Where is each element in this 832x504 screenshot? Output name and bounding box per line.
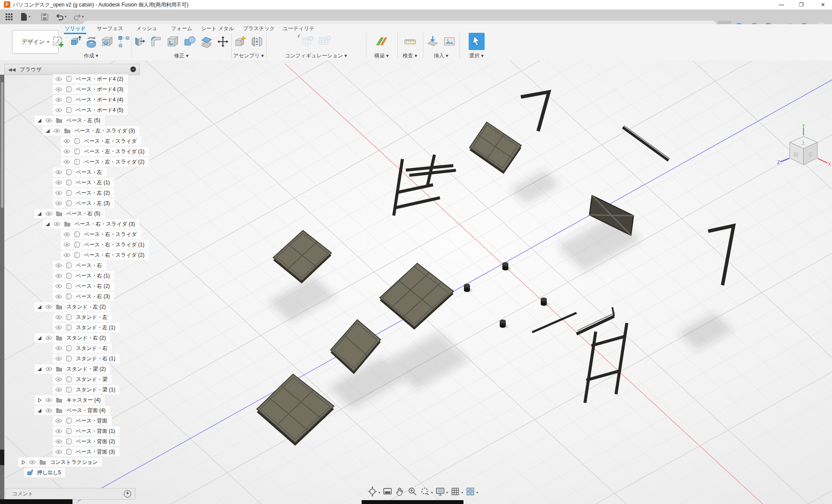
revolve-icon[interactable] (83, 33, 99, 50)
browser-item[interactable]: 押し出し5 (24, 467, 65, 478)
insert-derive-icon[interactable] (425, 33, 441, 50)
browser-item[interactable]: スタンド・梁 (2) (35, 364, 110, 374)
browser-item[interactable]: ベース・右・スライダ (2) (61, 250, 149, 260)
caster-knob[interactable] (502, 262, 511, 271)
browser-item-label[interactable]: ベース・左 (2) (76, 189, 110, 197)
ribbon-tab-4[interactable]: フォーム (169, 25, 194, 33)
browser-item-label[interactable]: ベース・左 (5) (66, 117, 101, 124)
frame-stand-assembly[interactable] (394, 156, 454, 214)
ribbon-tab-5[interactable]: シート メタル (199, 25, 236, 33)
browser-item[interactable]: ベース・背面 (53, 416, 112, 426)
visibility-eye-icon[interactable] (55, 346, 62, 351)
visibility-eye-icon[interactable] (63, 232, 70, 237)
look-at-icon[interactable] (382, 486, 393, 498)
close-button[interactable]: ✕ (816, 0, 830, 9)
panel-left-2x2[interactable] (273, 230, 331, 284)
browser-item[interactable]: スタンド・右 (2) (35, 333, 110, 343)
view-cube[interactable]: Y Z X 上 前 右 (776, 124, 832, 183)
visibility-eye-icon[interactable] (63, 242, 70, 247)
expanded-triangle-icon[interactable] (37, 367, 42, 372)
minimize-button[interactable]: — (774, 0, 789, 9)
browser-item[interactable]: ベース・右・スライダ (3) (43, 219, 139, 229)
create-sketch-icon[interactable] (51, 33, 66, 50)
visibility-eye-icon[interactable] (55, 87, 62, 92)
restore-button[interactable]: ❐ (794, 0, 809, 9)
browser-item[interactable]: ベース・左 (3) (53, 198, 114, 208)
browser-item[interactable]: スタンド・左 (53, 312, 112, 322)
browser-item-label[interactable]: スタンド・右 (1) (76, 355, 115, 362)
redo-icon[interactable] (72, 11, 83, 22)
orbit-dropdown-caret[interactable]: ▾ (378, 491, 380, 495)
browser-item[interactable]: スタンド・右 (53, 343, 112, 353)
browser-item-label[interactable]: ベース・右 (5) (66, 210, 101, 217)
browser-item-label[interactable]: ベース・右・スライダ (84, 231, 137, 238)
browser-item-label[interactable]: コンストラクション (50, 459, 98, 466)
undo-icon[interactable] (54, 11, 66, 22)
browser-item[interactable]: ベース・左・スライダ (3) (43, 126, 139, 136)
browser-item-label[interactable]: ベース・左・スライダ (3) (75, 127, 135, 135)
panel-bottom-2x3[interactable] (257, 374, 334, 446)
browser-item[interactable]: ベース・左 (53, 167, 107, 177)
browser-scrollbar-thumb[interactable] (1, 82, 3, 208)
expanded-triangle-icon[interactable] (45, 222, 50, 227)
browser-item[interactable]: ベース・ボード4 (3) (53, 84, 128, 94)
move-copy-icon[interactable] (215, 33, 231, 50)
ribbon-group-label-3[interactable]: アセンブリ ▾ (231, 52, 266, 60)
visibility-eye-icon[interactable] (45, 118, 52, 123)
ribbon-group-label-6[interactable]: 検査 ▾ (397, 52, 422, 60)
browser-item-label[interactable]: スタンド・左 (76, 314, 107, 321)
visibility-eye-icon[interactable] (45, 335, 52, 340)
file-menu-caret[interactable]: ▾ (28, 15, 30, 19)
ribbon-group-label-1[interactable]: 作成 ▾ (51, 52, 131, 60)
visibility-eye-icon[interactable] (45, 397, 52, 403)
browser-item[interactable]: ベース・右・スライダ (1) (61, 239, 149, 250)
browser-item-label[interactable]: ベース・背面 (3) (76, 448, 115, 456)
fit-icon[interactable] (420, 486, 430, 498)
collapsed-triangle-icon[interactable] (37, 398, 42, 403)
configuration-table-icon[interactable] (316, 33, 332, 50)
frame-seven-top[interactable] (523, 92, 549, 129)
redo-caret[interactable]: ▾ (82, 15, 84, 19)
browser-item-label[interactable]: スタンド・梁 (76, 376, 107, 383)
browser-remove-icon[interactable]: − (130, 66, 136, 72)
browser-item-label[interactable]: ベース・ボード4 (5) (76, 107, 123, 114)
browser-item[interactable]: ベース・左・スライダ (1) (61, 146, 149, 157)
visibility-eye-icon[interactable] (55, 418, 62, 423)
browser-item[interactable]: ベース・ボード4 (4) (53, 94, 128, 105)
browser-item-label[interactable]: ベース・左・スライダ (2) (84, 158, 145, 166)
display-settings-icon[interactable] (435, 486, 445, 498)
ribbon-group-label-5[interactable]: 構築 ▾ (366, 52, 397, 60)
browser-item[interactable]: スタンド・左 (2) (35, 302, 110, 312)
panel-center-3x2[interactable] (380, 263, 454, 330)
browser-item-label[interactable]: ベース・ボード4 (4) (76, 96, 123, 104)
visibility-eye-icon[interactable] (55, 449, 62, 454)
ribbon-group-label-2[interactable]: 修正 ▾ (132, 52, 231, 60)
visibility-eye-icon[interactable] (55, 190, 62, 195)
browser-item[interactable]: スタンド・梁 (1) (53, 384, 120, 395)
browser-item-label[interactable]: スタンド・梁 (2) (66, 365, 106, 373)
browser-collapse-icon[interactable]: ◀◀ (8, 67, 16, 72)
visibility-eye-icon[interactable] (55, 284, 62, 289)
ribbon-tab-3[interactable]: メッシュ (135, 25, 159, 33)
browser-item[interactable]: ベース・左・スライダ (61, 136, 141, 146)
visibility-eye-icon[interactable] (55, 263, 62, 268)
visibility-eye-icon[interactable] (55, 428, 62, 434)
browser-item[interactable]: スタンド・梁 (53, 374, 112, 384)
visibility-eye-icon[interactable] (45, 408, 52, 413)
visibility-eye-icon[interactable] (55, 97, 62, 102)
save-icon[interactable] (39, 11, 50, 22)
zoom-icon[interactable] (407, 486, 418, 498)
expanded-triangle-icon[interactable] (37, 118, 42, 123)
visibility-eye-icon[interactable] (55, 170, 62, 175)
file-menu-icon[interactable] (18, 11, 29, 22)
pan-icon[interactable] (395, 486, 405, 498)
orbit-icon[interactable] (367, 486, 378, 498)
browser-item-label[interactable]: スタンド・梁 (1) (76, 386, 115, 394)
browser-item[interactable]: ベース・右 (3) (53, 291, 114, 302)
expanded-triangle-icon[interactable] (37, 305, 42, 309)
browser-item-label[interactable]: ベース・右・スライダ (2) (84, 252, 145, 259)
frame-h-ladder[interactable] (585, 324, 627, 401)
press-pull-icon[interactable] (132, 33, 148, 50)
browser-item[interactable]: ベース・背面 (1) (53, 426, 120, 436)
browser-item[interactable]: コンストラクション (18, 457, 102, 467)
